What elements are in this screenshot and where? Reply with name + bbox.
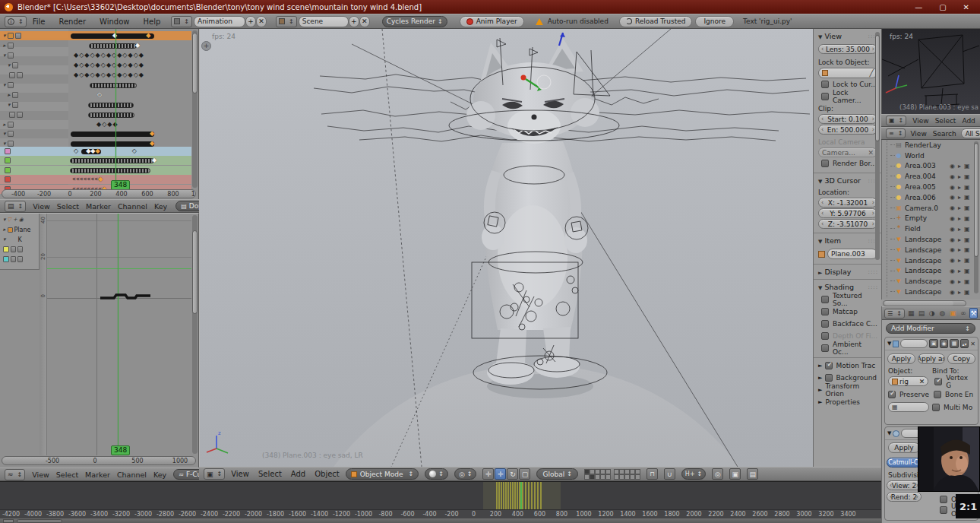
outliner-type-selector[interactable]: ≡ (886, 128, 906, 138)
subsurf-view-field[interactable]: View: 2 (887, 480, 922, 490)
subsurf-apply-button[interactable]: Apply (888, 442, 920, 453)
outliner-item[interactable]: Area.003 ◉ ▸ ▣ (887, 161, 980, 172)
channel-row[interactable]: ▸ (0, 41, 68, 50)
shading-section-header[interactable]: ▼ Shading:::: (818, 283, 878, 291)
channel-row[interactable] (0, 110, 68, 119)
add-modifier-dropdown[interactable]: Add Modifier (886, 323, 975, 334)
expand-icon[interactable]: ▼ (887, 430, 891, 436)
snap-element-selector[interactable]: H+ (681, 468, 706, 480)
layout-selector[interactable]: Animation (194, 16, 245, 27)
camera-view-menu-item[interactable]: Select (935, 117, 956, 125)
apply-button[interactable]: Apply (887, 353, 915, 364)
channel-row[interactable]: ▸ (0, 120, 68, 129)
scene-selector[interactable]: Scene (299, 16, 349, 27)
outliner-item[interactable]: Landscape ◉ ▸ ▣ (887, 255, 980, 266)
channel-row[interactable] (0, 147, 68, 156)
modifier-name-field[interactable] (900, 339, 928, 348)
channel-row[interactable]: ▾ (0, 81, 68, 90)
outliner-item[interactable]: Field ◉ ▸ ▣ (887, 223, 980, 234)
view-section-header[interactable]: ▼ View:::: (818, 32, 878, 40)
lock-object-field[interactable]: ╱ (818, 68, 877, 78)
shading-option-row[interactable]: Ambient Oc... (818, 342, 878, 354)
selectable-arrow-icon[interactable]: ▸ (958, 289, 961, 296)
channel-row[interactable]: ▾ (0, 100, 68, 109)
keyframe-row[interactable]: ◆◇◆◇◆◇◆◇◆◇◆◇◆ (74, 51, 144, 60)
anim-player-button[interactable]: Anim Player (460, 16, 524, 27)
tab-world[interactable]: ◍ (938, 308, 947, 319)
outliner-item[interactable]: Area.005 ◉ ▸ ▣ (887, 182, 980, 192)
channel-row[interactable]: ▸ (0, 90, 68, 100)
graph-menu-item[interactable]: Key (153, 471, 166, 479)
outliner-menu-item[interactable]: View (910, 130, 926, 138)
layout-close-button[interactable]: ✕ (256, 16, 267, 27)
graph-menu-item[interactable]: Marker (85, 471, 110, 479)
outliner-item[interactable]: Landscape ◉ ▸ ▣ (887, 234, 980, 245)
dope-menu-item[interactable]: Select (57, 202, 79, 211)
graph-cursor-hline[interactable] (40, 268, 191, 269)
channel-row[interactable]: ▾ (0, 61, 68, 70)
vertex-group-selector[interactable]: ▦ (888, 402, 929, 412)
keyframe-row[interactable]: «««««««◆ (72, 175, 103, 184)
dope-menu-item[interactable]: Channel (118, 202, 147, 211)
selectable-arrow-icon[interactable]: ▸ (958, 257, 961, 264)
outliner-item[interactable]: Empty ◉ ▸ ▣ (887, 214, 980, 224)
ignore-button[interactable]: Ignore (695, 16, 734, 27)
outliner-item[interactable]: RenderLay ◉ ▸ ▣ (887, 140, 980, 151)
graph-filter-row[interactable]: ▾▽+◉ (0, 215, 40, 224)
timeline-ruler[interactable]: -4200-4000-3800-3600-3400-3200-3000-2800… (0, 509, 881, 518)
viewport-menu-item[interactable]: Add (291, 470, 305, 478)
channel-row[interactable]: ▾ (0, 31, 68, 40)
menu-item[interactable]: Window (100, 17, 129, 26)
renderable-camera-icon[interactable]: ▣ (964, 278, 970, 285)
subsurf-render-field[interactable]: Rend: 2 (887, 492, 922, 502)
dope-menu-item[interactable]: Key (154, 202, 167, 211)
graph-playhead[interactable] (118, 214, 119, 455)
window-control-button[interactable]: ▢ (939, 3, 946, 11)
camera-view-menu-item[interactable]: Add (962, 117, 975, 125)
pivot-selector[interactable]: ◎ (454, 468, 477, 480)
graph-channel-list[interactable]: ▾▽+◉ ▸Plane ▾K (0, 214, 40, 270)
dope-sheet-editor[interactable]: ▾ ▸ ▾ ▾ ▾ ▸ ▾ ▸ ▾ ▾ ◆◆ ◆ ◆◇◆◇◆◇◆◇◆◇◆◇◆ ◆… (0, 29, 199, 199)
local-camera-field[interactable]: Camera...✕ (818, 147, 877, 157)
renderable-camera-icon[interactable]: ▣ (964, 215, 970, 222)
clear-icon[interactable]: ✕ (919, 378, 925, 385)
window-control-button[interactable]: — (915, 3, 922, 11)
dope-editor-type-selector[interactable]: ▤ (5, 201, 26, 212)
tab-render-layers[interactable]: ▤ (918, 308, 926, 319)
move-modifier-buttons[interactable]: ▴▾ (960, 339, 969, 348)
graph-fcurve-channel-y[interactable] (0, 255, 40, 264)
collapsed-panel-row[interactable]: ►Transform Orien (818, 384, 878, 396)
visibility-eye-icon[interactable]: ◉ (950, 236, 955, 243)
camera-view-type-selector[interactable]: ▣ (886, 116, 906, 125)
graph-editor[interactable]: ▾▽+◉ ▸Plane ▾K 40200 348 -50005001000 (0, 213, 199, 468)
multi-modifier-checkbox[interactable]: Multi Mo (932, 402, 972, 412)
shading-option-row[interactable]: Backface C... (818, 318, 878, 330)
shading-option-row[interactable]: Textured So... (818, 293, 878, 306)
selectable-arrow-icon[interactable]: ▸ (958, 246, 961, 253)
clear-icon[interactable]: ✕ (868, 149, 874, 157)
manipulator-translate-button[interactable]: ✛ (495, 468, 506, 480)
catmull-clark-button[interactable]: Catmull-Cl (887, 458, 922, 468)
renderable-camera-icon[interactable]: ▣ (964, 257, 970, 264)
renderable-camera-icon[interactable]: ▣ (964, 289, 970, 296)
display-section-header[interactable]: ► Display:::: (818, 268, 878, 276)
menu-item[interactable]: Render (58, 17, 86, 26)
scene-add-button[interactable]: + (349, 16, 359, 27)
item-section-header[interactable]: ▼ Item:::: (818, 236, 878, 245)
render-opengl-still-button[interactable]: ▣ (729, 468, 741, 480)
visibility-eye-icon[interactable]: ◉ (950, 215, 955, 222)
visibility-eye-icon[interactable]: ◉ (950, 278, 955, 285)
graph-fcurve-channel-x[interactable] (0, 245, 40, 254)
preserve-volume-checkbox[interactable]: Preserve (888, 389, 931, 399)
channel-row[interactable] (0, 166, 68, 175)
apply-as-shapekey-button[interactable]: Apply as (918, 353, 946, 364)
cursor-x-field[interactable]: X: -1.32001 (818, 198, 877, 208)
render-border-row[interactable]: Render Bor... (818, 157, 878, 170)
cursor-section-header[interactable]: ▼ 3D Cursor:::: (818, 176, 878, 185)
camera-view[interactable]: fps: 24 (348) Plane.003 : eye sa (881, 29, 980, 114)
info-editor-selector[interactable]: i (5, 16, 27, 27)
collapsed-panel-row[interactable]: ►Properties (818, 396, 878, 408)
keyframe-row[interactable]: ◆◇◆◇◆◇◆◇◆◇◆◇◆ (74, 61, 144, 70)
selectable-arrow-icon[interactable]: ▸ (958, 268, 961, 274)
manipulator-scale-button[interactable]: ▢ (519, 468, 530, 480)
